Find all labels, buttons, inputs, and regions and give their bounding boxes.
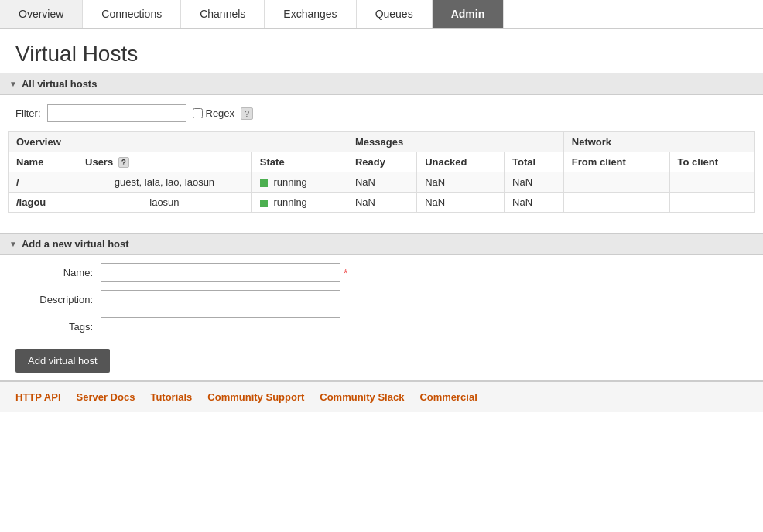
col-name: Name — [9, 152, 77, 172]
add-vhost-heading: Add a new virtual host — [22, 238, 129, 250]
nav-connections[interactable]: Connections — [83, 0, 181, 28]
cell-name: /lagou — [9, 193, 77, 213]
filter-label: Filter: — [15, 107, 41, 119]
col-users: Users ? — [77, 152, 252, 172]
nav-exchanges[interactable]: Exchanges — [265, 0, 356, 28]
vhosts-tbody: / guest, lala, lao, laosun running NaN N… — [9, 172, 755, 213]
col-state: State — [251, 152, 347, 172]
vhosts-table: Overview Messages Network Name Users ? S… — [8, 131, 755, 213]
group-messages: Messages — [347, 132, 563, 152]
cell-total: NaN — [505, 193, 564, 213]
cell-state: running — [251, 193, 347, 213]
footer-http-api[interactable]: HTTP API — [15, 391, 61, 403]
cell-to-client — [669, 193, 754, 213]
all-vhosts-heading: All virtual hosts — [22, 78, 98, 90]
name-row: Name: * — [15, 263, 748, 282]
footer-community-support[interactable]: Community Support — [207, 391, 304, 403]
nav-channels[interactable]: Channels — [181, 0, 265, 28]
cell-to-client — [669, 172, 754, 193]
page-title: Virtual Hosts — [0, 29, 763, 73]
status-dot — [260, 200, 268, 207]
cell-users: guest, lala, lao, laosun — [77, 172, 252, 193]
col-to-client: To client — [669, 152, 754, 172]
col-ready: Ready — [347, 152, 416, 172]
cell-from-client — [563, 193, 669, 213]
all-vhosts-section-header: ▼ All virtual hosts — [0, 73, 763, 95]
tags-input[interactable] — [101, 317, 340, 336]
col-total: Total — [505, 152, 564, 172]
add-vhost-content: Name: * Description: Tags: Add virtual h… — [0, 255, 763, 380]
status-dot — [260, 179, 268, 187]
regex-checkbox[interactable] — [193, 108, 203, 118]
regex-label: Regex — [193, 107, 235, 119]
cell-unacked: NaN — [417, 172, 505, 193]
status-text: running — [273, 196, 306, 208]
filter-input[interactable] — [47, 104, 186, 122]
filter-help-button[interactable]: ? — [241, 107, 253, 120]
group-network: Network — [563, 132, 754, 152]
group-overview: Overview — [9, 132, 347, 152]
add-virtual-host-button[interactable]: Add virtual host — [15, 349, 110, 373]
footer-tutorials[interactable]: Tutorials — [150, 391, 192, 403]
name-required: * — [344, 267, 347, 279]
add-vhost-section-header: ▼ Add a new virtual host — [0, 233, 763, 255]
name-input[interactable] — [101, 263, 340, 282]
cell-from-client — [563, 172, 669, 193]
footer-commercial[interactable]: Commercial — [419, 391, 477, 403]
footer-server-docs[interactable]: Server Docs — [77, 391, 135, 403]
tags-label: Tags: — [15, 321, 101, 332]
col-unacked: Unacked — [417, 152, 505, 172]
filter-row: Filter: Regex ? — [0, 95, 763, 131]
footer-community-slack[interactable]: Community Slack — [320, 391, 404, 403]
nav-queues[interactable]: Queues — [357, 0, 433, 28]
description-label: Description: — [15, 294, 101, 305]
status-text: running — [273, 176, 306, 188]
nav-overview[interactable]: Overview — [0, 0, 83, 28]
cell-unacked: NaN — [417, 193, 505, 213]
tags-row: Tags: — [15, 317, 748, 336]
all-vhosts-content: Filter: Regex ? Overview Messages Networ… — [0, 95, 763, 220]
vhosts-table-wrap: Overview Messages Network Name Users ? S… — [0, 131, 763, 220]
footer: HTTP API Server Docs Tutorials Community… — [0, 380, 763, 412]
collapse-triangle[interactable]: ▼ — [9, 80, 17, 88]
users-help[interactable]: ? — [118, 157, 129, 168]
cell-ready: NaN — [347, 193, 416, 213]
top-nav: Overview Connections Channels Exchanges … — [0, 0, 763, 29]
cell-total: NaN — [505, 172, 564, 193]
table-row: / guest, lala, lao, laosun running NaN N… — [9, 172, 755, 193]
table-row: /lagou laosun running NaN NaN NaN — [9, 193, 755, 213]
name-label: Name: — [15, 267, 101, 278]
nav-admin[interactable]: Admin — [433, 0, 505, 28]
col-header-row: Name Users ? State Ready Unacked Total F… — [9, 152, 755, 172]
cell-ready: NaN — [347, 172, 416, 193]
description-input[interactable] — [101, 290, 340, 309]
add-collapse-triangle[interactable]: ▼ — [9, 240, 17, 248]
description-row: Description: — [15, 290, 748, 309]
group-header-row: Overview Messages Network — [9, 132, 755, 152]
col-from-client: From client — [563, 152, 669, 172]
cell-name: / — [9, 172, 77, 193]
cell-users: laosun — [77, 193, 252, 213]
cell-state: running — [251, 172, 347, 193]
